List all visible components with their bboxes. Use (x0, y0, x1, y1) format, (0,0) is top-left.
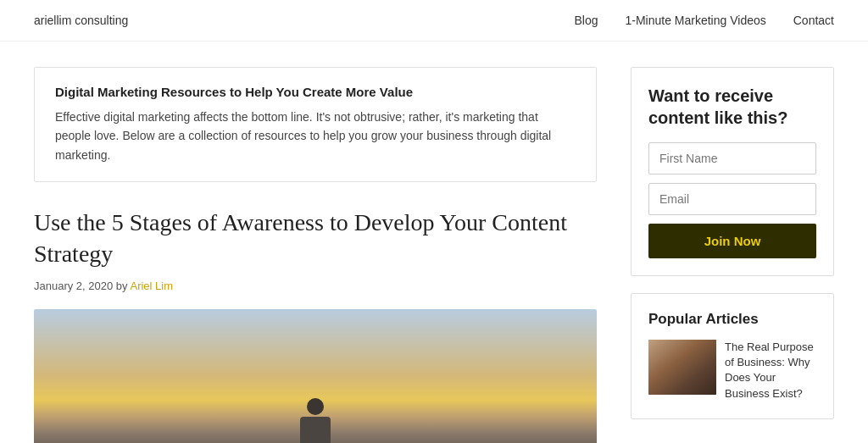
article-preview: Use the 5 Stages of Awareness to Develop… (34, 208, 597, 443)
thumb-overlay (648, 340, 716, 395)
intro-body: Effective digital marketing affects the … (55, 108, 576, 164)
nav-contact[interactable]: Contact (793, 14, 834, 27)
article-author[interactable]: Ariel Lim (130, 280, 173, 292)
nav-videos[interactable]: 1-Minute Marketing Videos (625, 14, 765, 27)
site-logo: ariellim consulting (34, 14, 128, 27)
person-body (300, 417, 331, 443)
intro-heading: Digital Marketing Resources to Help You … (55, 85, 576, 99)
person-silhouette (298, 398, 332, 443)
article-by: by (116, 280, 131, 292)
email-input[interactable] (648, 183, 816, 215)
newsletter-title: Want to receive content like this? (648, 85, 816, 129)
popular-article-item: The Real Purpose of Business: Why Does Y… (648, 340, 816, 401)
popular-articles-title: Popular Articles (648, 311, 816, 328)
nav-blog[interactable]: Blog (574, 14, 598, 27)
main-content: Digital Marketing Resources to Help You … (34, 67, 597, 443)
article-meta: January 2, 2020 by Ariel Lim (34, 280, 597, 292)
newsletter-widget: Want to receive content like this? Join … (631, 67, 834, 276)
popular-article-text[interactable]: The Real Purpose of Business: Why Does Y… (725, 340, 816, 401)
first-name-input[interactable] (648, 142, 816, 174)
article-image (34, 309, 597, 443)
article-date: January 2, 2020 (34, 280, 113, 292)
sidebar: Want to receive content like this? Join … (631, 67, 834, 443)
person-head (307, 398, 324, 415)
popular-article-thumbnail (648, 340, 716, 395)
intro-section: Digital Marketing Resources to Help You … (34, 67, 597, 182)
join-now-button[interactable]: Join Now (648, 224, 816, 258)
article-title[interactable]: Use the 5 Stages of Awareness to Develop… (34, 208, 597, 269)
main-nav: Blog 1-Minute Marketing Videos Contact (574, 14, 834, 27)
popular-articles-widget: Popular Articles The Real Purpose of Bus… (631, 293, 834, 419)
